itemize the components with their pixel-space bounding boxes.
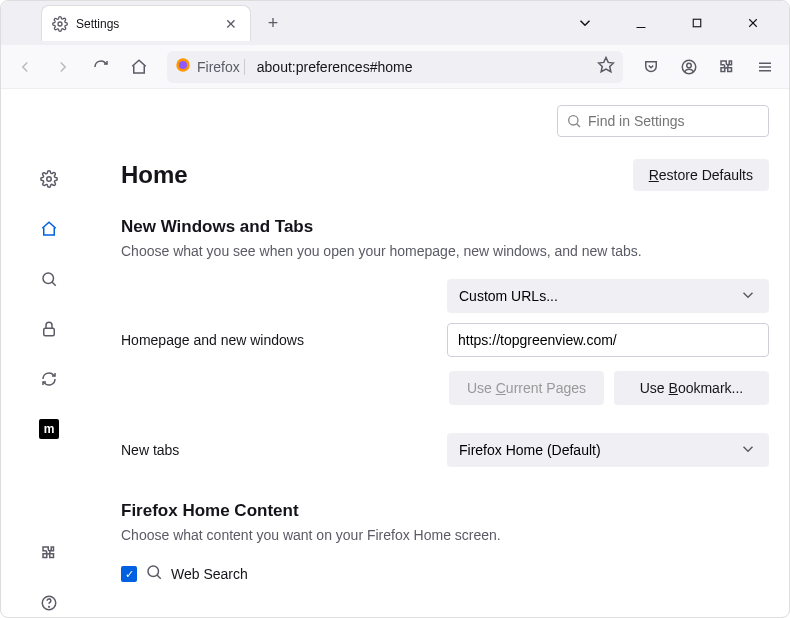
- content: m Home Restore Defaults New Windows and …: [1, 89, 789, 617]
- newtabs-select[interactable]: Firefox Home (Default): [447, 433, 769, 467]
- homepage-select-value: Custom URLs...: [459, 288, 558, 304]
- sidebar-privacy[interactable]: [35, 315, 63, 343]
- tab-settings[interactable]: Settings ✕: [41, 5, 251, 41]
- maximize-button[interactable]: [677, 8, 717, 38]
- sidebar-general[interactable]: [35, 165, 63, 193]
- tab-strip: Settings ✕ +: [1, 1, 565, 45]
- svg-point-0: [58, 22, 62, 26]
- toolbar: Firefox about:preferences#home: [1, 45, 789, 89]
- sidebar-extensions[interactable]: [35, 539, 63, 567]
- account-button[interactable]: [673, 51, 705, 83]
- url-text: about:preferences#home: [251, 59, 591, 75]
- svg-point-14: [43, 273, 54, 284]
- homepage-url-input[interactable]: [447, 323, 769, 357]
- pocket-button[interactable]: [635, 51, 667, 83]
- sidebar: m: [1, 89, 97, 617]
- svg-point-19: [569, 116, 578, 125]
- titlebar: Settings ✕ +: [1, 1, 789, 45]
- search-icon: [566, 112, 582, 130]
- main: Home Restore Defaults New Windows and Ta…: [97, 89, 789, 617]
- svg-line-20: [577, 124, 580, 127]
- svg-point-9: [687, 63, 692, 68]
- close-window-button[interactable]: [733, 8, 773, 38]
- gear-icon: [52, 16, 68, 32]
- svg-point-13: [47, 177, 52, 182]
- svg-line-22: [157, 575, 161, 579]
- page-title: Home: [121, 161, 188, 189]
- svg-point-6: [179, 61, 187, 69]
- section2-desc: Choose what content you want on your Fir…: [121, 527, 769, 543]
- tab-title: Settings: [76, 17, 214, 31]
- extensions-button[interactable]: [711, 51, 743, 83]
- reload-button[interactable]: [85, 51, 117, 83]
- section-desc: Choose what you see when you open your h…: [121, 243, 769, 259]
- find-settings-box[interactable]: [557, 105, 769, 137]
- svg-point-18: [49, 606, 50, 607]
- app-menu-button[interactable]: [749, 51, 781, 83]
- sidebar-home[interactable]: [35, 215, 63, 243]
- forward-button[interactable]: [47, 51, 79, 83]
- sidebar-sync[interactable]: [35, 365, 63, 393]
- new-tab-button[interactable]: +: [259, 9, 287, 37]
- use-current-pages-button[interactable]: Use Current Pages: [449, 371, 604, 405]
- sidebar-search[interactable]: [35, 265, 63, 293]
- sidebar-help[interactable]: [35, 589, 63, 617]
- newtabs-select-value: Firefox Home (Default): [459, 442, 601, 458]
- restore-defaults-button[interactable]: Restore Defaults: [633, 159, 769, 191]
- bookmark-star-icon[interactable]: [597, 56, 615, 78]
- homepage-select[interactable]: Custom URLs...: [447, 279, 769, 313]
- find-settings-input[interactable]: [588, 113, 760, 129]
- back-button[interactable]: [9, 51, 41, 83]
- home-button[interactable]: [123, 51, 155, 83]
- homepage-label: Homepage and new windows: [121, 332, 447, 348]
- websearch-label: Web Search: [171, 566, 248, 582]
- firefox-icon: [175, 57, 191, 77]
- identity-label: Firefox: [197, 59, 245, 75]
- section2-heading: Firefox Home Content: [121, 501, 769, 521]
- section-heading: New Windows and Tabs: [121, 217, 769, 237]
- use-bookmark-button[interactable]: Use Bookmark...: [614, 371, 769, 405]
- sidebar-more[interactable]: m: [35, 415, 63, 443]
- newtabs-label: New tabs: [121, 442, 447, 458]
- websearch-checkbox[interactable]: ✓: [121, 566, 137, 582]
- search-icon: [145, 563, 163, 585]
- close-icon[interactable]: ✕: [222, 15, 240, 33]
- svg-point-21: [148, 566, 159, 577]
- svg-marker-7: [599, 57, 614, 71]
- minimize-button[interactable]: [621, 8, 661, 38]
- url-bar[interactable]: Firefox about:preferences#home: [167, 51, 623, 83]
- svg-rect-2: [693, 19, 701, 27]
- svg-line-15: [52, 282, 56, 286]
- svg-rect-16: [44, 328, 55, 336]
- chevron-down-icon: [739, 440, 757, 461]
- all-tabs-button[interactable]: [565, 8, 605, 38]
- window-controls: [565, 1, 789, 45]
- chevron-down-icon: [739, 286, 757, 307]
